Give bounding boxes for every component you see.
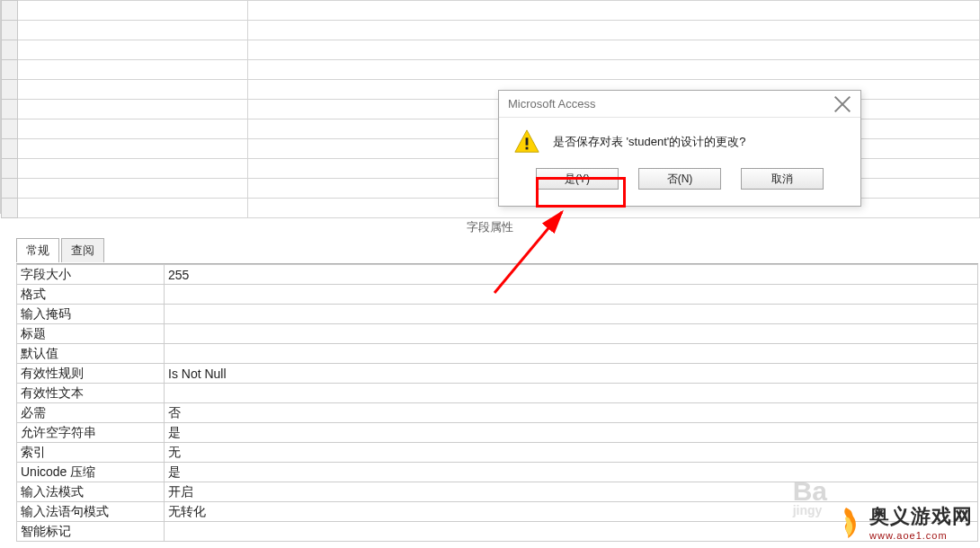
prop-value[interactable]: 是 (165, 423, 978, 443)
prop-row: 有效性文本 (17, 384, 978, 403)
prop-row: 标题 (17, 324, 978, 344)
prop-row: 必需否 (17, 403, 978, 423)
property-tabs: 常规 查阅 (16, 238, 106, 262)
prop-label: 允许空字符串 (17, 423, 165, 443)
prop-row: 索引无 (17, 443, 978, 463)
prop-row: 输入掩码 (17, 305, 978, 324)
watermark-ba: Ba jingy (793, 476, 827, 517)
prop-label: 输入掩码 (17, 305, 165, 324)
prop-value[interactable] (165, 324, 978, 344)
prop-value[interactable] (165, 285, 978, 305)
prop-label: 索引 (17, 443, 165, 463)
prop-value[interactable]: 无 (165, 443, 978, 463)
prop-label: 格式 (17, 285, 165, 305)
prop-value[interactable]: 开启 (165, 482, 978, 502)
properties-panel: 字段大小255 格式 输入掩码 标题 默认值 有效性规则Is Not Null … (16, 263, 978, 542)
prop-row: 有效性规则Is Not Null (17, 364, 978, 384)
dialog-titlebar: Microsoft Access (499, 91, 860, 118)
prop-label: Unicode 压缩 (17, 463, 165, 482)
watermark-logo: 奥义游戏网 www.aoe1.com (828, 503, 973, 541)
close-icon[interactable] (833, 95, 851, 113)
prop-label: 字段大小 (17, 265, 165, 285)
prop-label: 输入法模式 (17, 482, 165, 502)
watermark-site-url: www.aoe1.com (869, 530, 973, 541)
dialog-message: 是否保存对表 'student'的设计的更改? (553, 134, 745, 150)
prop-row: 默认值 (17, 344, 978, 364)
svg-rect-4 (526, 147, 529, 150)
prop-value[interactable] (165, 305, 978, 324)
tab-lookup[interactable]: 查阅 (61, 238, 104, 262)
prop-row: 允许空字符串是 (17, 423, 978, 443)
prop-label: 有效性规则 (17, 364, 165, 384)
prop-value[interactable]: 否 (165, 403, 978, 423)
prop-value[interactable]: Is Not Null (165, 364, 978, 384)
warning-icon (513, 128, 540, 155)
flame-icon (828, 504, 864, 540)
yes-button[interactable]: 是(Y) (536, 168, 619, 190)
tab-general[interactable]: 常规 (16, 238, 59, 262)
prop-row: Unicode 压缩是 (17, 463, 978, 482)
prop-label: 输入法语句模式 (17, 502, 165, 522)
prop-row: 输入法模式开启 (17, 482, 978, 502)
svg-rect-3 (526, 137, 529, 145)
cancel-button[interactable]: 取消 (741, 168, 824, 190)
prop-value[interactable] (165, 384, 978, 403)
prop-label: 智能标记 (17, 522, 165, 542)
prop-label: 默认值 (17, 344, 165, 364)
watermark-site-name: 奥义游戏网 (869, 503, 973, 530)
prop-row: 字段大小255 (17, 265, 978, 285)
prop-label: 有效性文本 (17, 384, 165, 403)
field-properties-title: 字段属性 (0, 219, 980, 235)
prop-value[interactable]: 是 (165, 463, 978, 482)
save-dialog: Microsoft Access 是否保存对表 'student'的设计的更改?… (498, 90, 861, 207)
prop-label: 标题 (17, 324, 165, 344)
prop-row: 格式 (17, 285, 978, 305)
no-button[interactable]: 否(N) (638, 168, 721, 190)
prop-value[interactable] (165, 344, 978, 364)
prop-label: 必需 (17, 403, 165, 423)
prop-value[interactable]: 255 (165, 265, 978, 285)
dialog-title: Microsoft Access (508, 97, 596, 110)
